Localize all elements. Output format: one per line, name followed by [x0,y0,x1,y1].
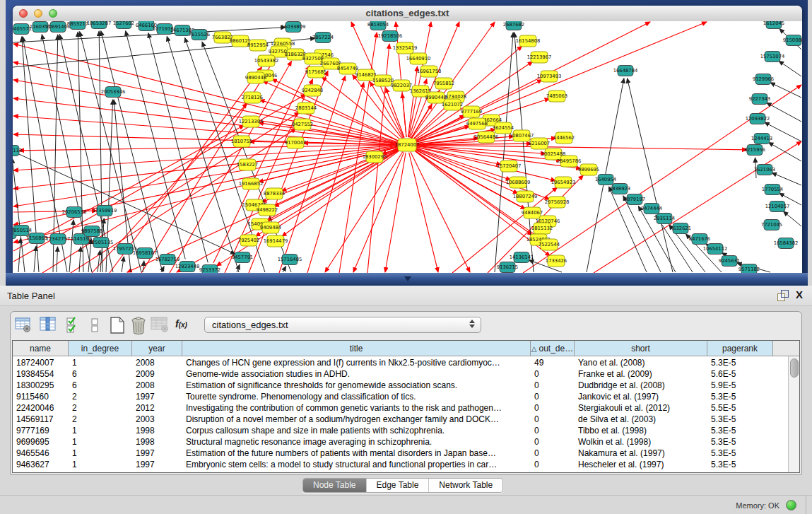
graph-edge[interactable] [143,261,144,272]
table-cell[interactable]: 22420046 [13,402,69,414]
table-cell[interactable]: 2 [69,391,132,402]
graph-edge[interactable] [411,152,470,272]
table-cell[interactable]: Wolkin et al. (1998) [575,436,707,448]
deselect-all-icon[interactable] [90,315,100,337]
table-cell[interactable]: 5.3E-5 [707,391,773,402]
table-cell[interactable]: 6 [69,368,132,380]
graph-edge[interactable] [13,80,399,144]
table-row[interactable]: 977716911998Corpus callosum shape and si… [13,425,779,436]
table-cell[interactable]: 2008 [132,357,182,368]
column-header-short[interactable]: short [575,341,707,356]
table-cell[interactable]: 5.6E-5 [707,368,773,380]
table-cell[interactable]: 1 [69,436,132,448]
table-cell[interactable]: 0 [531,448,575,459]
table-cell[interactable]: 9699695 [13,436,69,448]
tab-edge-table[interactable]: Edge Table [367,479,430,492]
table-cell[interactable]: Estimation of the future numbers of pati… [182,448,531,459]
graph-edge[interactable] [767,103,801,122]
divider-collapse-icon[interactable] [404,276,411,281]
graph-edge[interactable] [13,158,25,272]
column-header-pagerank[interactable]: pagerank [707,341,773,356]
table-cell[interactable]: 2 [69,414,132,425]
table-cell[interactable]: 6 [69,380,132,391]
table-cell[interactable]: 5.3E-5 [707,448,773,459]
graph-edge[interactable] [126,31,186,259]
table-cell[interactable]: 5.3E-5 [707,357,773,368]
table-cell[interactable]: 9465546 [13,448,69,459]
table-cell[interactable]: 0 [531,425,575,436]
table-cell[interactable]: 1998 [132,425,182,436]
scrollbar-thumb[interactable] [790,358,799,378]
table-cell[interactable]: 49 [531,357,575,368]
column-header-year[interactable]: year [132,341,182,356]
table-cell[interactable]: 0 [531,402,575,414]
table-cell[interactable]: 1 [69,357,132,368]
table-cell[interactable]: Dudbridge et al. (2008) [575,380,707,391]
table-cell[interactable]: Changes of HCN gene expression and I(f) … [182,357,531,368]
node-table[interactable]: namein_degreeyeartitle△out_de…shortpager… [12,340,800,473]
graph-edge[interactable] [769,142,801,161]
table-cell[interactable]: Disruption of a novel member of a sodium… [182,414,531,425]
graph-edge[interactable] [79,247,81,272]
table-row[interactable]: 946554611997Estimation of the future num… [13,448,779,459]
table-cell[interactable]: 1998 [132,436,182,448]
table-cell[interactable]: 2008 [132,380,182,391]
table-cell[interactable]: 0 [531,391,575,402]
table-cell[interactable]: 0 [531,380,575,391]
table-cell[interactable]: Genome-wide association studies in ADHD. [182,368,531,380]
graph-edge[interactable] [402,93,406,137]
graph-edge[interactable] [414,22,707,142]
table-cell[interactable]: Stergiakouli et al. (2012) [575,402,707,414]
graph-edge[interactable] [57,247,58,272]
table-cell[interactable]: 5.5E-5 [707,402,773,414]
table-cell[interactable]: 9777169 [13,425,69,436]
table-cell[interactable]: Jankovic et al. (1997) [575,391,707,402]
float-panel-icon[interactable] [777,290,789,301]
graph-edge[interactable] [779,61,801,76]
split-pane-divider[interactable] [6,273,808,286]
tab-network-table[interactable]: Network Table [429,479,502,492]
graph-edge[interactable] [167,37,239,272]
graph-edge[interactable] [783,211,801,226]
graph-edge[interactable] [122,257,124,272]
graph-edge[interactable] [415,147,556,181]
table-row[interactable]: 911546021997Tourette syndrome. Phenomeno… [13,391,779,402]
graph-edge[interactable] [415,145,747,150]
table-cell[interactable]: 2003 [132,414,182,425]
close-panel-icon[interactable]: X [796,288,803,300]
table-cell[interactable]: Corpus callosum shape and size in male p… [182,425,531,436]
table-cell[interactable]: 18300295 [13,380,69,391]
table-cell[interactable]: 2 [69,402,132,414]
column-header-in_degree[interactable]: in_degree [69,341,132,356]
graph-edge[interactable] [495,33,513,272]
table-cell[interactable]: Hescheler et al. (1997) [575,459,707,470]
graph-edge[interactable] [13,146,399,189]
new-table-icon[interactable] [108,315,126,338]
graph-edge[interactable] [283,267,286,272]
table-cell[interactable]: 0 [531,414,575,425]
table-row[interactable]: 969969511998Structural magnetic resonanc… [13,436,779,448]
graph-edge[interactable] [69,220,73,272]
table-cell[interactable]: Tibbo et al. (1998) [575,425,707,436]
table-cell[interactable]: 14569117 [13,414,69,425]
select-all-icon[interactable] [66,315,81,337]
table-cell[interactable]: 2012 [132,402,182,414]
show-columns-icon[interactable] [39,315,57,337]
table-row[interactable]: 2242004622012Investigating the contribut… [13,402,779,414]
table-cell[interactable]: 1 [69,459,132,470]
graph-edge[interactable] [13,44,399,143]
delete-table-icon[interactable] [129,315,148,338]
graph-edge[interactable] [409,153,438,272]
table-cell[interactable]: Embryonic stem cells: a model to study s… [182,459,531,470]
table-selector-dropdown[interactable]: citations_edges.txt [204,317,481,333]
network-window[interactable]: citations_edges.txt 94055711160351206914… [13,6,802,273]
table-row[interactable]: 1938455462009Genome-wide association stu… [13,368,779,380]
graph-edge[interactable] [18,238,20,272]
column-header-title[interactable]: title [182,341,531,356]
table-cell[interactable]: 5.3E-5 [707,459,773,470]
table-cell[interactable]: Nakamura et al. (1997) [575,448,707,459]
table-row[interactable]: 1872400712008Changes of HCN gene express… [13,357,779,368]
table-cell[interactable]: Estimation of significance thresholds fo… [182,380,531,391]
table-cell[interactable]: Tourette syndrome. Phenomenology and cla… [182,391,531,402]
graph-edge[interactable] [772,173,801,185]
